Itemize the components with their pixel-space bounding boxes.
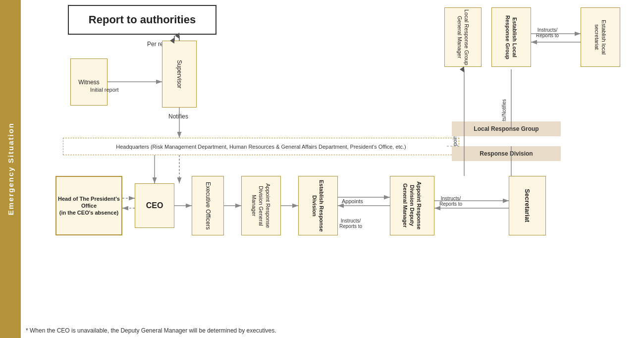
notifies-label: Notifies	[168, 113, 188, 120]
local-response-gm-label: Local Response Group General Manager	[456, 8, 470, 66]
local-response-group-label: Local Response Group	[474, 125, 538, 132]
response-division-section: Response Division	[452, 146, 561, 161]
instructs-reports-top-label: Instructs/ Reports to	[536, 27, 559, 38]
hq-box: Headquarters (Risk Management Department…	[63, 138, 459, 155]
local-response-gm-box: Local Response Group General Manager	[444, 7, 482, 67]
ceo-box: CEO	[135, 183, 174, 228]
supervisor-label: Supervisor	[176, 60, 183, 88]
witness-label: Witness	[78, 79, 100, 86]
appoint-division-gm-box: Appoint Response Division General Manage…	[241, 176, 281, 235]
page-wrapper: Emergency Situation Report to authoritie…	[0, 0, 644, 338]
footer-note: * When the CEO is unavailable, the Deput…	[26, 327, 276, 334]
head-presidents-label: Head of The President's Office (in the C…	[56, 195, 121, 217]
establish-response-div-box: Establish Response Division	[298, 176, 338, 235]
instructs-reports-right-label: Instructs/ Reports to	[439, 196, 462, 207]
response-division-label: Response Division	[480, 150, 533, 157]
establish-response-div-label: Establish Response Division	[311, 176, 325, 235]
initial-report-label: Initial report	[90, 87, 118, 93]
secretariat-label: Secretariat	[524, 189, 531, 222]
appoint-division-gm-label: Appoint Response Division General Manage…	[251, 176, 272, 235]
appoints-bottom-label: Appoints	[342, 198, 363, 204]
arrows-svg	[21, 0, 644, 338]
sidebar-label: Emergency Situation	[6, 122, 15, 215]
hq-label: Headquarters (Risk Management Department…	[116, 144, 406, 150]
establish-local-sec-box: Establish local secretariat	[581, 7, 620, 67]
main-content: Report to authorities Per regulations Wi…	[21, 0, 644, 338]
executive-officers-label: Executive Officers	[205, 182, 212, 229]
ceo-label: CEO	[146, 201, 163, 210]
instructs-reports-bottom-label: Instructs/ Reports to	[339, 218, 362, 229]
report-to-authorities-box: Report to authorities	[68, 5, 216, 35]
executive-officers-box: Executive Officers	[192, 176, 224, 235]
secretariat-box: Secretariat	[509, 176, 546, 235]
witness-box: Witness	[70, 58, 107, 106]
head-presidents-box: Head of The President's Office (in the C…	[55, 176, 122, 235]
supervisor-box: Supervisor	[162, 41, 197, 108]
appoint-deputy-gm-label: Appoint Response Division Deputy General…	[402, 176, 423, 235]
local-response-group-section: Local Response Group	[452, 121, 561, 136]
sidebar: Emergency Situation	[0, 0, 21, 338]
establish-local-rg-box: Establish Local Response Group	[491, 7, 531, 67]
report-to-authorities-label: Report to authorities	[89, 13, 196, 26]
appoint-deputy-gm-box: Appoint Response Division Deputy General…	[390, 176, 434, 235]
establish-local-sec-label: Establish local secretariat	[593, 8, 608, 66]
establish-local-rg-label: Establish Local Response Group	[504, 8, 519, 66]
